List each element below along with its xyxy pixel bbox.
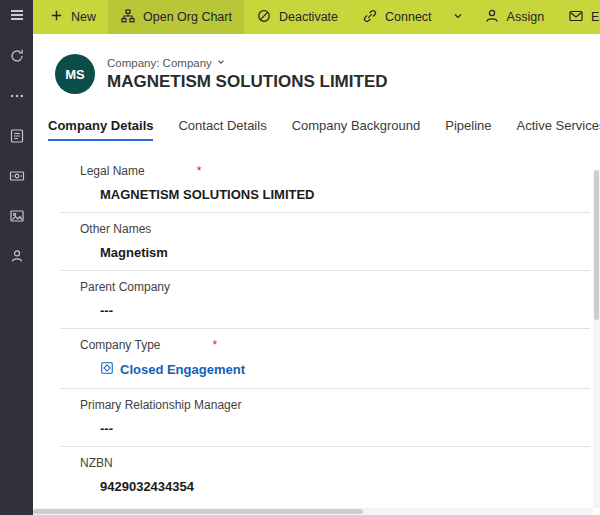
new-button-label: New <box>71 10 96 24</box>
company-type-label: Company Type <box>80 338 161 352</box>
field-label: NZBN <box>60 456 590 471</box>
company-type-lookup[interactable]: Closed Engagement <box>60 361 590 378</box>
tab-pipeline[interactable]: Pipeline <box>445 118 491 141</box>
parent-company-label: Parent Company <box>80 280 170 294</box>
vertical-scrollbar[interactable] <box>593 170 600 508</box>
side-nav <box>0 34 33 515</box>
field-company-type: Company Type* Closed Engagement <box>60 329 590 389</box>
main-content: MS Company: Company MAGNETISM SOLUTIONS … <box>33 34 600 515</box>
parent-company-value[interactable]: --- <box>60 303 590 318</box>
email-icon <box>568 8 584 27</box>
company-details-form: Legal Name* MAGNETISM SOLUTIONS LIMITED … <box>60 155 590 504</box>
field-other-names: Other Names Magnetism <box>60 213 590 271</box>
plus-icon <box>49 8 64 26</box>
email-button[interactable]: Email <box>556 0 600 34</box>
chevron-down-icon <box>452 10 464 25</box>
field-label: Primary Relationship Manager <box>60 398 250 413</box>
tab-bar: Company Details Contact Details Company … <box>48 118 600 141</box>
open-org-chart-label: Open Org Chart <box>143 10 232 24</box>
top-bar: New Open Org Chart Deactivate <box>0 0 600 34</box>
field-nzbn: NZBN 9429032434354 <box>60 447 590 504</box>
vertical-scrollbar-thumb[interactable] <box>594 170 599 320</box>
deactivate-button[interactable]: Deactivate <box>244 0 350 34</box>
primary-relationship-manager-label: Primary Relationship Manager <box>80 398 241 412</box>
assign-label: Assign <box>507 10 545 24</box>
legal-name-label: Legal Name <box>80 164 145 178</box>
horizontal-scrollbar-thumb[interactable] <box>33 509 363 514</box>
other-names-label: Other Names <box>80 222 151 236</box>
deactivate-icon <box>256 8 272 27</box>
tab-active-services[interactable]: Active Services <box>517 118 600 141</box>
record-type-label: Company: Company <box>107 57 212 69</box>
connect-dropdown-button[interactable] <box>444 0 472 34</box>
email-label: Email <box>591 10 600 24</box>
record-type-switcher[interactable]: Company: Company <box>107 57 388 69</box>
hamburger-menu-button[interactable] <box>0 0 33 34</box>
field-parent-company: Parent Company --- <box>60 271 590 329</box>
required-asterisk: * <box>213 338 218 352</box>
notes-icon[interactable] <box>9 128 25 144</box>
deactivate-label: Deactivate <box>279 10 338 24</box>
other-names-value[interactable]: Magnetism <box>60 245 590 260</box>
field-label: Company Type* <box>60 338 590 353</box>
connect-label: Connect <box>385 10 432 24</box>
nzbn-label: NZBN <box>80 456 113 470</box>
lookup-record-icon <box>100 361 114 378</box>
assign-button[interactable]: Assign <box>472 0 557 34</box>
command-bar: New Open Org Chart Deactivate <box>33 0 600 34</box>
connect-button[interactable]: Connect <box>350 0 444 34</box>
new-button[interactable]: New <box>37 0 108 34</box>
tab-contact-details[interactable]: Contact Details <box>178 118 266 141</box>
field-label: Legal Name* <box>60 164 590 179</box>
sync-icon[interactable] <box>9 48 25 64</box>
legal-name-value[interactable]: MAGNETISM SOLUTIONS LIMITED <box>60 187 590 202</box>
image-icon[interactable] <box>9 208 25 224</box>
tab-company-details[interactable]: Company Details <box>48 118 153 141</box>
field-primary-relationship-manager: Primary Relationship Manager --- <box>60 389 590 447</box>
field-label: Other Names <box>60 222 590 237</box>
primary-relationship-manager-value[interactable]: --- <box>60 421 590 436</box>
field-label: Parent Company <box>60 280 590 295</box>
required-asterisk: * <box>197 164 202 178</box>
field-legal-name: Legal Name* MAGNETISM SOLUTIONS LIMITED <box>60 155 590 213</box>
hamburger-icon <box>9 7 25 27</box>
page-title: MAGNETISM SOLUTIONS LIMITED <box>107 72 388 92</box>
record-header: MS Company: Company MAGNETISM SOLUTIONS … <box>33 34 600 94</box>
horizontal-scrollbar[interactable] <box>33 508 593 515</box>
assign-icon <box>484 8 500 27</box>
billing-icon[interactable] <box>9 168 25 184</box>
connect-icon <box>362 8 378 27</box>
tab-company-background[interactable]: Company Background <box>292 118 421 141</box>
nzbn-value[interactable]: 9429032434354 <box>60 479 590 494</box>
open-org-chart-button[interactable]: Open Org Chart <box>108 0 244 34</box>
org-chart-icon <box>120 8 136 27</box>
avatar: MS <box>55 54 95 94</box>
more-icon[interactable] <box>9 88 25 104</box>
chevron-down-icon <box>216 57 226 69</box>
person-icon[interactable] <box>9 248 25 264</box>
company-type-value: Closed Engagement <box>120 362 245 377</box>
